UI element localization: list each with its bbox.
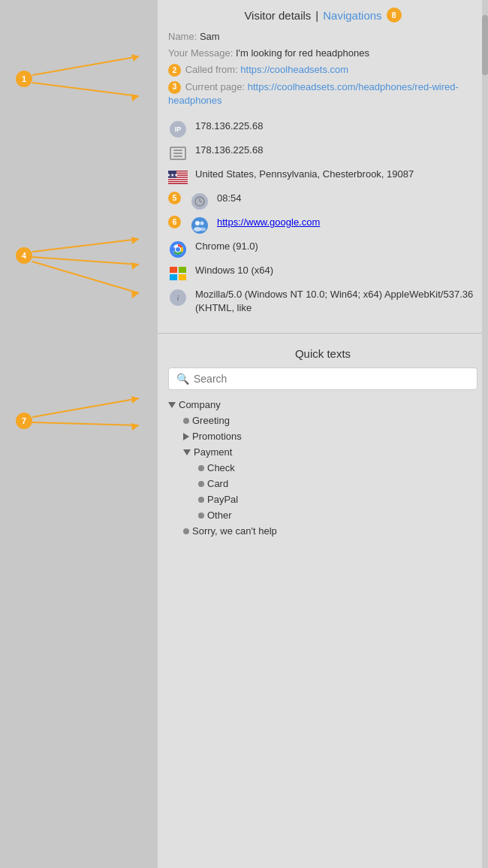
badge-3: 3 <box>168 81 181 94</box>
visitor-details-title: Visitor details <box>244 9 311 22</box>
quick-texts-tree: Company Greeting Promotions Payment Chec… <box>168 399 477 537</box>
svg-marker-5 <box>131 94 139 101</box>
tree-item-card[interactable]: Card <box>168 478 477 489</box>
svg-rect-27 <box>168 178 188 179</box>
visitor-details-section: Visitor details | Navigations 8 Name: Sa… <box>158 0 488 327</box>
badge-6: 6 <box>168 216 181 228</box>
tree-item-check[interactable]: Check <box>168 462 477 473</box>
svg-line-4 <box>32 83 139 96</box>
windows-icon <box>170 267 186 280</box>
chrome-icon <box>170 241 186 258</box>
location-row: ★★★ United States, Pennsylvania, Chester… <box>168 168 477 187</box>
people-svg <box>193 219 206 232</box>
tree-item-label: Other <box>207 510 232 521</box>
svg-rect-47 <box>179 267 186 273</box>
tree-item-label: Check <box>207 462 235 473</box>
tree-item-payment[interactable]: Payment <box>168 446 477 458</box>
bullet-icon <box>198 465 204 471</box>
expand-icon <box>168 402 176 408</box>
people-icon-cell <box>190 216 209 235</box>
visitor-details-header: Visitor details | Navigations 8 <box>168 8 477 23</box>
svg-marker-17 <box>131 396 139 404</box>
os-text: Windows 10 (x64) <box>195 264 477 277</box>
tree-item-other[interactable]: Other <box>168 510 477 521</box>
ip-row: IP 178.136.225.68 <box>168 119 477 139</box>
tree-item-label: Payment <box>194 446 232 458</box>
navigations-link[interactable]: Navigations <box>323 9 381 22</box>
ip-icon: IP <box>170 121 186 138</box>
svg-text:4: 4 <box>22 251 27 260</box>
svg-rect-31 <box>168 182 188 183</box>
tree-item-greeting[interactable]: Greeting <box>168 415 477 426</box>
svg-rect-28 <box>168 179 188 180</box>
svg-marker-3 <box>131 54 139 62</box>
svg-rect-32 <box>168 183 188 184</box>
svg-rect-48 <box>170 274 177 280</box>
info-icon: i <box>170 289 186 306</box>
svg-marker-19 <box>131 423 139 431</box>
svg-rect-30 <box>168 181 188 182</box>
search-input[interactable] <box>194 373 469 385</box>
location-text: United States, Pennsylvania, Chesterbroo… <box>195 168 477 181</box>
svg-line-8 <box>32 239 139 252</box>
tree-item-label: Promotions <box>192 431 242 442</box>
svg-point-40 <box>200 221 204 225</box>
browser-row: Chrome (91.0) <box>168 240 477 259</box>
search-box[interactable]: 🔍 <box>168 367 477 390</box>
current-page-label: Current page: <box>185 81 246 92</box>
svg-marker-9 <box>131 237 139 244</box>
info-icon-cell: i <box>168 288 188 307</box>
scrollbar-thumb[interactable] <box>482 15 488 75</box>
message-label: Your Message: <box>168 47 233 59</box>
svg-rect-29 <box>168 180 188 180</box>
bullet-icon <box>198 481 204 487</box>
tree-item-promotions[interactable]: Promotions <box>168 431 477 442</box>
svg-line-18 <box>32 422 139 425</box>
browser-text: Chrome (91.0) <box>195 240 477 253</box>
time-text: 08:54 <box>217 192 477 205</box>
main-panel: Visitor details | Navigations 8 Name: Sa… <box>158 0 488 868</box>
svg-marker-13 <box>131 291 139 298</box>
collapse-icon <box>183 433 189 440</box>
nav-badge: 8 <box>387 8 402 23</box>
user-agent-row: i Mozilla/5.0 (Windows NT 10.0; Win64; x… <box>168 288 477 315</box>
search-icon: 🔍 <box>176 373 189 385</box>
svg-text:7: 7 <box>22 416 26 425</box>
svg-text:★★★: ★★★ <box>168 173 178 177</box>
name-value: Sam <box>200 31 220 42</box>
referrer-row: 6 https://www.google.com <box>168 216 477 235</box>
server-icon <box>170 147 186 160</box>
called-from-label: Called from: <box>185 64 238 75</box>
clock-icon <box>191 193 208 210</box>
svg-point-38 <box>195 221 200 225</box>
tree-item-label: Greeting <box>192 415 230 426</box>
svg-marker-11 <box>131 262 139 270</box>
time-row: 5 08:54 <box>168 192 477 211</box>
windows-icon-cell <box>168 264 188 283</box>
people-icon <box>191 217 208 234</box>
badge-5: 5 <box>168 192 181 204</box>
called-from-row: 2 Called from: https://coolheadsets.com <box>168 63 477 77</box>
svg-rect-46 <box>170 267 177 273</box>
name-row: Name: Sam <box>168 30 477 44</box>
expand-icon <box>183 449 191 455</box>
tree-item-label: Card <box>207 478 228 489</box>
user-agent-text: Mozilla/5.0 (Windows NT 10.0; Win64; x64… <box>195 288 477 315</box>
server-row: 178.136.225.68 <box>168 144 477 163</box>
svg-rect-49 <box>179 274 186 280</box>
clock-icon-cell <box>190 192 209 211</box>
scrollbar-track[interactable] <box>482 0 488 868</box>
tree-item-sorry[interactable]: Sorry, we can't help <box>168 525 477 537</box>
svg-line-37 <box>200 201 202 202</box>
ip-icon-cell: IP <box>168 119 188 139</box>
name-label: Name: <box>168 31 197 42</box>
header-separator: | <box>315 9 318 22</box>
svg-line-16 <box>32 398 139 417</box>
server-icon-cell <box>168 144 188 163</box>
annotations-panel: 1 4 7 <box>0 0 158 868</box>
tree-item-paypal[interactable]: PayPal <box>168 494 477 505</box>
tree-item-company[interactable]: Company <box>168 399 477 410</box>
called-from-url[interactable]: https://coolheadsets.com <box>240 64 348 75</box>
chrome-icon-cell <box>168 240 188 259</box>
referrer-url[interactable]: https://www.google.com <box>217 216 477 229</box>
